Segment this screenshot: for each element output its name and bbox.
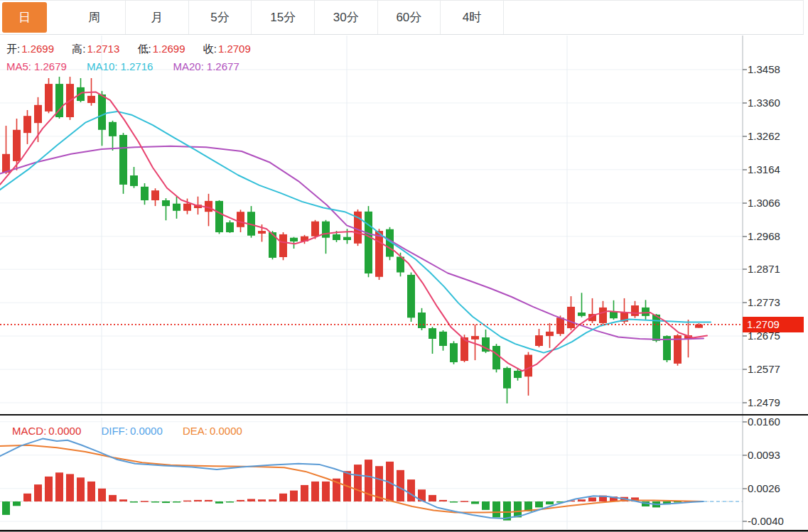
macd-histogram-bar: [279, 494, 287, 501]
macd-histogram-bar: [269, 499, 276, 501]
macd-histogram-bar: [407, 479, 415, 501]
candle: [322, 222, 330, 238]
macd-histogram-bar: [237, 500, 244, 501]
price-tick-label: 1.2968: [748, 230, 780, 242]
high-value: 1.2713: [87, 43, 119, 55]
macd-histogram-bar: [55, 472, 63, 501]
dea-label: DEA:: [183, 425, 208, 437]
ma5-readout: MA5:1.2679: [6, 60, 67, 72]
ma10-readout: MA10:1.2716: [87, 60, 153, 72]
candle: [471, 336, 479, 340]
macd-histogram-bar: [34, 484, 42, 501]
tab-5分[interactable]: 5分: [189, 1, 252, 34]
close-label: 收:: [203, 43, 217, 55]
candle: [375, 231, 383, 277]
close-value: 1.2709: [218, 43, 251, 55]
open-label: 开:: [6, 43, 20, 55]
ma-readout: MA5:1.2679 MA10:1.2716 MA20:1.2677: [6, 60, 257, 72]
price-tick-label: 1.2773: [748, 296, 780, 308]
candle: [290, 238, 298, 241]
macd-histogram-bar: [258, 499, 266, 501]
macd-value: 0.0000: [48, 425, 81, 437]
candle: [34, 105, 42, 123]
macd-histogram-bar: [482, 501, 490, 510]
current-price-value: 1.2709: [747, 318, 780, 330]
candle: [183, 204, 191, 211]
candle: [162, 200, 170, 206]
candle: [173, 204, 181, 211]
price-tick-label: 1.3164: [748, 163, 780, 175]
candle: [98, 94, 106, 130]
macd-histogram-bar: [290, 491, 298, 501]
ma5-label: MA5:: [6, 60, 31, 72]
candle: [130, 175, 138, 186]
high-label: 高:: [72, 43, 85, 55]
ma20-value: 1.2677: [207, 60, 239, 72]
macd-histogram-bar: [301, 485, 308, 501]
tab-60分[interactable]: 60分: [378, 1, 441, 34]
macd-histogram-bar: [45, 477, 53, 501]
tab-15分[interactable]: 15分: [252, 1, 315, 34]
tab-30分[interactable]: 30分: [315, 1, 378, 34]
tab-周[interactable]: 周: [63, 1, 126, 34]
candle: [279, 234, 287, 257]
price-tick-label: 1.3066: [748, 197, 780, 209]
diff-value: 0.0000: [130, 425, 163, 437]
price-tick-label: 1.2577: [748, 363, 780, 375]
macd-histogram-bar: [226, 501, 234, 503]
ma20-readout: MA20:1.2677: [173, 60, 239, 72]
candle: [556, 317, 564, 334]
candle: [695, 325, 703, 328]
candle: [258, 231, 266, 234]
kline-chart-app: 日周月5分15分30分60分4时 开:1.2699 高:1.2713 低:1.2…: [0, 0, 808, 532]
panel-separator: [0, 414, 808, 416]
macd-histogram-bar: [194, 500, 202, 501]
macd-histogram-bar: [514, 501, 522, 517]
macd-histogram-bar: [2, 501, 10, 515]
ma5-line: [0, 92, 707, 371]
macd-histogram-bar: [109, 495, 117, 501]
tab-月[interactable]: 月: [126, 1, 189, 34]
dea-value: 0.0000: [210, 425, 242, 437]
macd-histogram-bar: [439, 500, 447, 501]
candle: [439, 332, 447, 346]
macd-tick-label: 0.0026: [748, 482, 780, 494]
open-value: 1.2699: [21, 43, 54, 55]
macd-histogram-bar: [77, 477, 85, 501]
ohlc-readout: 开:1.2699 高:1.2713 低:1.2699 收:1.2709: [6, 43, 266, 56]
candle: [343, 237, 351, 240]
candle: [23, 116, 31, 133]
macd-histogram-bar: [247, 499, 255, 502]
candle: [578, 313, 586, 316]
open-readout: 开:1.2699: [6, 43, 54, 55]
price-tick-label: 1.3262: [748, 130, 780, 142]
macd-histogram-bar: [322, 482, 330, 501]
candle: [215, 201, 223, 232]
candle: [652, 315, 660, 341]
candle: [311, 222, 319, 237]
high-readout: 高:1.2713: [72, 43, 119, 55]
macd-value-readout: MACD:0.0000: [12, 425, 81, 437]
macd-histogram-bar: [87, 482, 95, 501]
candle: [2, 154, 10, 173]
candle: [365, 212, 372, 273]
ma20-label: MA20:: [173, 60, 204, 72]
macd-histogram-bar: [215, 501, 223, 504]
candle: [333, 234, 340, 240]
macd-histogram-bar: [492, 501, 500, 517]
candlestick-macd-chart[interactable]: [0, 0, 808, 532]
candle: [450, 343, 458, 362]
candle: [109, 122, 117, 136]
macd-histogram-bar: [183, 501, 191, 502]
macd-histogram-bar: [13, 501, 21, 506]
tab-4时[interactable]: 4时: [441, 1, 504, 34]
macd-histogram-bar: [429, 495, 436, 501]
candle: [119, 135, 127, 185]
macd-histogram-bar: [173, 501, 181, 503]
candle: [492, 346, 500, 369]
tab-日[interactable]: 日: [0, 1, 63, 34]
diff-value-readout: DIFF:0.0000: [101, 425, 162, 437]
ma10-value: 1.2716: [120, 60, 153, 72]
candle: [514, 371, 522, 378]
ma10-label: MA10:: [87, 60, 117, 72]
